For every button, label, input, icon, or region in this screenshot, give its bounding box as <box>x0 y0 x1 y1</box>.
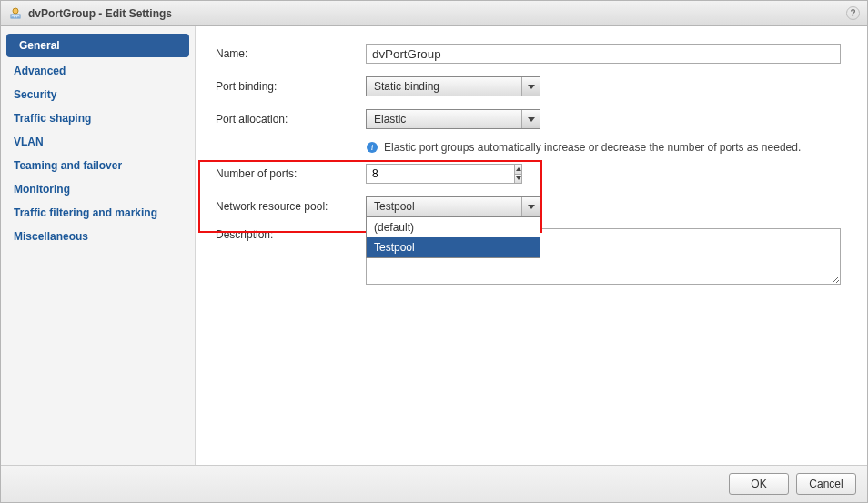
dialog-body: General Advanced Security Traffic shapin… <box>1 26 867 465</box>
nrp-value: Testpool <box>367 200 521 213</box>
sidebar-item-teaming-failover[interactable]: Teaming and failover <box>1 154 195 177</box>
port-allocation-label: Port allocation: <box>216 113 366 126</box>
portgroup-icon <box>8 6 23 21</box>
sidebar-item-general[interactable]: General <box>6 34 189 57</box>
cancel-button[interactable]: Cancel <box>796 473 856 495</box>
dialog-title: dvPortGroup - Edit Settings <box>28 7 846 20</box>
nrp-dropdown-popup: (default) Testpool <box>366 216 540 258</box>
dialog-window: dvPortGroup - Edit Settings ? General Ad… <box>0 0 868 503</box>
svg-point-0 <box>13 8 18 14</box>
ok-button[interactable]: OK <box>729 473 789 495</box>
help-icon[interactable]: ? <box>846 6 860 20</box>
sidebar: General Advanced Security Traffic shapin… <box>1 26 196 465</box>
port-allocation-dropdown[interactable]: Elastic <box>366 109 540 129</box>
description-label: Description: <box>216 228 366 241</box>
num-ports-down-button[interactable] <box>515 175 521 184</box>
port-binding-dropdown[interactable]: Static binding <box>366 76 540 96</box>
titlebar: dvPortGroup - Edit Settings ? <box>1 1 867 26</box>
sidebar-item-vlan[interactable]: VLAN <box>1 130 195 154</box>
dialog-footer: OK Cancel <box>1 465 867 502</box>
info-icon: i <box>366 141 378 154</box>
num-ports-stepper <box>366 164 522 184</box>
port-allocation-value: Elastic <box>367 113 521 126</box>
chevron-down-icon <box>521 77 540 96</box>
name-label: Name: <box>216 47 366 60</box>
info-text: Elastic port groups automatically increa… <box>384 141 801 154</box>
nrp-option-default[interactable]: (default) <box>367 217 540 237</box>
sidebar-item-traffic-shaping[interactable]: Traffic shaping <box>1 106 195 130</box>
nrp-option-testpool[interactable]: Testpool <box>367 237 540 257</box>
port-binding-value: Static binding <box>367 80 521 93</box>
nrp-dropdown[interactable]: Testpool <box>366 196 540 216</box>
chevron-down-icon <box>516 176 521 180</box>
num-ports-up-button[interactable] <box>515 165 521 175</box>
name-input[interactable] <box>366 44 841 64</box>
sidebar-item-monitoring[interactable]: Monitoring <box>1 177 195 201</box>
sidebar-item-traffic-filtering[interactable]: Traffic filtering and marking <box>1 201 195 225</box>
port-binding-label: Port binding: <box>216 80 366 93</box>
content-pane: Name: Port binding: Static binding Port … <box>196 26 867 465</box>
chevron-down-icon <box>521 110 540 128</box>
num-ports-label: Number of ports: <box>216 167 366 180</box>
sidebar-item-miscellaneous[interactable]: Miscellaneous <box>1 225 195 248</box>
num-ports-input[interactable] <box>367 165 514 183</box>
nrp-label: Network resource pool: <box>216 200 366 213</box>
chevron-down-icon <box>521 197 540 216</box>
sidebar-item-advanced[interactable]: Advanced <box>1 59 195 83</box>
chevron-up-icon <box>516 167 521 171</box>
sidebar-item-security[interactable]: Security <box>1 83 195 106</box>
